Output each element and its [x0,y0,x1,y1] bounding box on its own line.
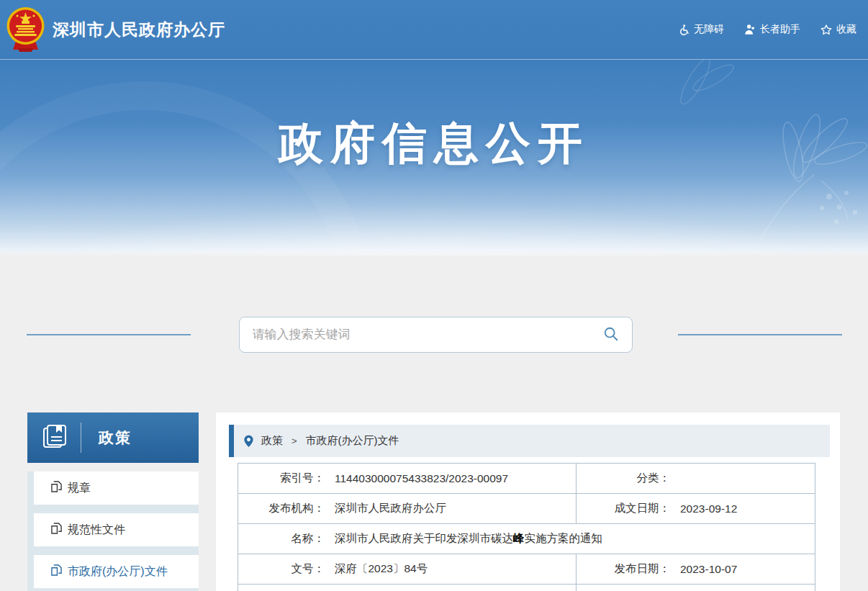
written-date-cell: 成文日期： 2023-09-12 [577,494,815,523]
elder-helper-link[interactable]: 长者助手 [744,23,800,36]
national-emblem-logo [6,6,45,53]
publish-date-label: 发布日期： [577,561,670,577]
document-number-label: 文号： [238,561,325,577]
highlighted-keyword: 峰 [513,532,525,544]
top-links: 无障碍 长者助手 收藏 [678,23,856,36]
location-pin-icon [243,435,254,448]
sidebar-item-label: 市政府(办公厅)文件 [68,564,168,579]
table-row: 文号： 深府〔2023〕84号 发布日期： 2023-10-07 [238,554,815,585]
decorative-line-right [678,334,842,335]
sidebar: 政策 规章 [27,412,199,591]
sidebar-item-label: 规章 [68,481,91,496]
page: 深圳市人民政府办公厅 无障碍 [0,0,868,591]
accessibility-icon [678,24,690,35]
search-input[interactable] [253,328,603,342]
category-cell: 分类： [577,464,815,493]
decorative-line-left [27,334,191,335]
site-brand[interactable]: 深圳市人民政府办公厅 [6,6,225,53]
hero-banner: 政府信息公开 [0,60,868,256]
table-row: 名称： 深圳市人民政府关于印发深圳市碳达峰实施方案的通知 [238,524,815,554]
document-info-table: 索引号： 114403000075433823/2023-00097 分类： 发… [238,463,815,591]
star-icon [820,24,832,35]
elder-helper-icon [744,24,756,35]
sidebar-item-normative-documents[interactable]: 规范性文件 [34,513,199,546]
publish-date-value: 2023-10-07 [680,563,737,576]
favorite-link[interactable]: 收藏 [820,23,856,36]
breadcrumb-municipal-documents[interactable]: 市政府(办公厅)文件 [306,434,399,448]
index-number-cell: 索引号： 114403000075433823/2023-00097 [238,464,577,493]
accessibility-label: 无障碍 [694,23,724,36]
sidebar-item-municipal-government-documents[interactable]: 市政府(办公厅)文件 [34,555,199,588]
breadcrumb: 政策 > 市政府(办公厅)文件 [229,425,830,457]
issuing-agency-cell: 发布机构： 深圳市人民政府办公厅 [238,494,577,523]
search-icon [603,326,619,344]
document-name-value: 深圳市人民政府关于印发深圳市碳达峰实施方案的通知 [335,531,602,546]
main-row: 政策 规章 [0,412,868,591]
breadcrumb-separator: > [291,436,297,446]
document-icon [51,481,62,495]
sidebar-menu: 规章 规范性文件 [27,472,199,591]
site-title: 深圳市人民政府办公厅 [53,19,225,41]
sidebar-title: 政策 [99,428,132,448]
document-name-cell: 名称： 深圳市人民政府关于印发深圳市碳达峰实施方案的通知 [238,524,815,554]
sidebar-item-regulations[interactable]: 规章 [34,472,199,505]
document-name-label: 名称： [238,531,325,546]
table-row: 索引号： 114403000075433823/2023-00097 分类： [238,464,815,494]
search-button[interactable] [603,326,619,344]
favorite-label: 收藏 [836,23,856,36]
issuing-agency-label: 发布机构： [238,501,325,516]
sidebar-header-divider [81,423,81,453]
page-title: 政府信息公开 [0,60,868,173]
accessibility-link[interactable]: 无障碍 [678,23,724,36]
publish-date-cell: 发布日期： 2023-10-07 [577,554,815,584]
document-number-value: 深府〔2023〕84号 [335,561,428,577]
sidebar-item-label: 规范性文件 [68,523,125,538]
empty-cell [577,585,815,591]
written-date-label: 成文日期： [577,501,670,516]
index-number-label: 索引号： [238,471,325,486]
elder-helper-label: 长者助手 [760,23,800,36]
search-row [0,256,868,353]
book-icon [42,423,68,452]
search-box [239,317,633,353]
document-number-cell: 文号： 深府〔2023〕84号 [238,554,577,584]
issuing-agency-value: 深圳市人民政府办公厅 [335,501,446,516]
document-detail-card: 政策 > 市政府(办公厅)文件 索引号： 114403000075433823/… [216,412,840,591]
category-label: 分类： [577,471,670,486]
index-number-value: 114403000075433823/2023-00097 [335,472,508,485]
empty-cell [238,585,577,591]
content-area: 政策 规章 [0,256,868,591]
table-row-partial [238,585,815,591]
document-icon [51,564,62,579]
document-icon [51,523,62,537]
top-header-bar: 深圳市人民政府办公厅 无障碍 [0,0,868,60]
breadcrumb-accent-bar [229,425,234,457]
written-date-value: 2023-09-12 [680,502,737,515]
sidebar-header-policy[interactable]: 政策 [27,412,199,463]
table-row: 发布机构： 深圳市人民政府办公厅 成文日期： 2023-09-12 [238,494,815,524]
breadcrumb-policy[interactable]: 政策 [261,434,283,448]
